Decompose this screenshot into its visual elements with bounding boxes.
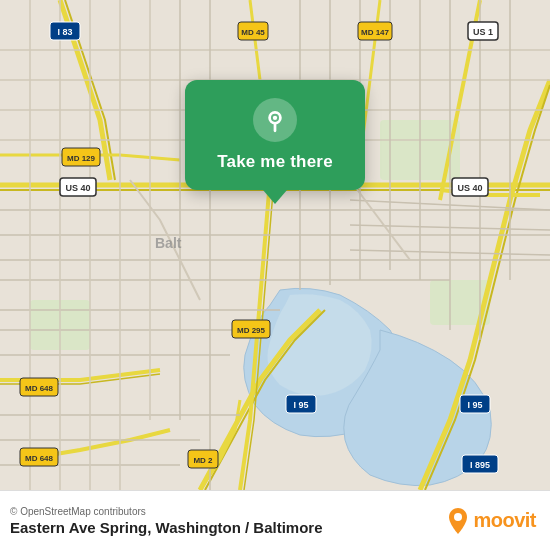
- map-attribution: © OpenStreetMap contributors: [10, 506, 323, 517]
- svg-text:MD 648: MD 648: [25, 384, 54, 393]
- svg-text:I 95: I 95: [293, 400, 308, 410]
- moovit-pin-icon: [447, 507, 469, 535]
- svg-point-69: [454, 513, 462, 521]
- location-name: Eastern Ave Spring, Washington / Baltimo…: [10, 519, 323, 536]
- svg-text:MD 129: MD 129: [67, 154, 96, 163]
- moovit-label: moovit: [473, 509, 536, 532]
- moovit-logo: moovit: [447, 507, 536, 535]
- svg-text:MD 147: MD 147: [361, 28, 390, 37]
- svg-text:MD 2: MD 2: [193, 456, 213, 465]
- svg-text:I 895: I 895: [470, 460, 490, 470]
- location-popup[interactable]: Take me there: [185, 80, 365, 190]
- svg-point-68: [273, 116, 277, 120]
- svg-text:I 83: I 83: [57, 27, 72, 37]
- location-info: © OpenStreetMap contributors Eastern Ave…: [10, 506, 323, 536]
- take-me-there-button[interactable]: Take me there: [217, 152, 333, 172]
- svg-text:US 40: US 40: [65, 183, 90, 193]
- svg-text:US 1: US 1: [473, 27, 493, 37]
- svg-text:MD 648: MD 648: [25, 454, 54, 463]
- svg-text:I 95: I 95: [467, 400, 482, 410]
- svg-text:MD 45: MD 45: [241, 28, 265, 37]
- svg-text:Balt: Balt: [155, 235, 182, 251]
- location-pin-icon: [253, 98, 297, 142]
- bottom-info-bar: © OpenStreetMap contributors Eastern Ave…: [0, 490, 550, 550]
- map-view: I 83 MD 45 MD 147 US 1 US 40 US 40 MD 12…: [0, 0, 550, 490]
- svg-text:US 40: US 40: [457, 183, 482, 193]
- svg-text:MD 295: MD 295: [237, 326, 266, 335]
